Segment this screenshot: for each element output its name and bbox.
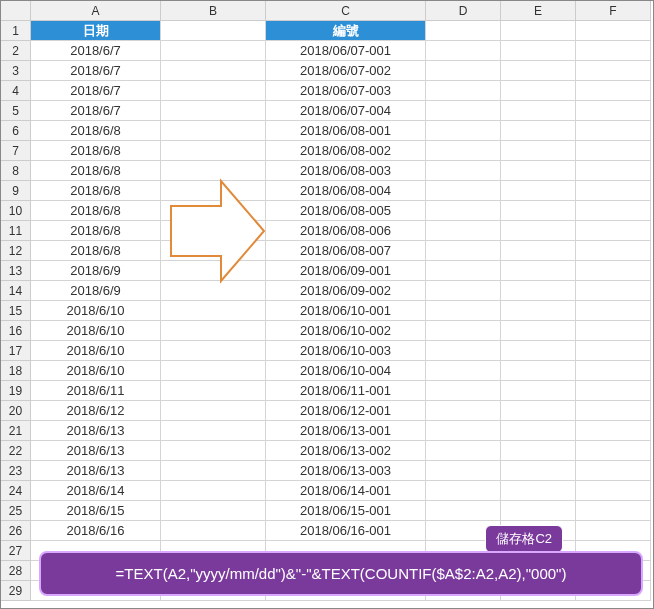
row-header[interactable]: 27 [1, 541, 31, 561]
cell-empty[interactable] [161, 521, 266, 541]
row-header[interactable]: 15 [1, 301, 31, 321]
cell-code[interactable]: 2018/06/08-004 [266, 181, 426, 201]
cell-empty[interactable] [426, 81, 501, 101]
cell-date[interactable]: 2018/6/8 [31, 241, 161, 261]
cell-code[interactable]: 2018/06/08-006 [266, 221, 426, 241]
cell-empty[interactable] [161, 121, 266, 141]
cell-empty[interactable] [576, 401, 651, 421]
cell-empty[interactable] [576, 361, 651, 381]
cell-empty[interactable] [501, 121, 576, 141]
cell-code[interactable]: 2018/06/08-001 [266, 121, 426, 141]
cell-empty[interactable] [501, 161, 576, 181]
cell-empty[interactable] [576, 381, 651, 401]
cell-code[interactable]: 2018/06/10-004 [266, 361, 426, 381]
cell-empty[interactable] [426, 421, 501, 441]
corner-cell[interactable] [1, 1, 31, 21]
cell-date[interactable]: 2018/6/11 [31, 381, 161, 401]
row-header[interactable]: 18 [1, 361, 31, 381]
row-header[interactable]: 7 [1, 141, 31, 161]
row-header[interactable]: 24 [1, 481, 31, 501]
cell-date[interactable]: 2018/6/10 [31, 321, 161, 341]
cell-empty[interactable] [501, 381, 576, 401]
cell-code[interactable]: 2018/06/08-003 [266, 161, 426, 181]
cell-empty[interactable] [426, 501, 501, 521]
cell-empty[interactable] [576, 481, 651, 501]
cell-empty[interactable] [426, 241, 501, 261]
row-header[interactable]: 19 [1, 381, 31, 401]
row-header[interactable]: 25 [1, 501, 31, 521]
cell-empty[interactable] [426, 41, 501, 61]
row-header[interactable]: 23 [1, 461, 31, 481]
cell-empty[interactable] [576, 181, 651, 201]
column-header[interactable]: C [266, 1, 426, 21]
cell-code[interactable]: 2018/06/10-001 [266, 301, 426, 321]
cell-empty[interactable] [576, 101, 651, 121]
cell-empty[interactable] [501, 101, 576, 121]
cell-empty[interactable] [161, 421, 266, 441]
cell-code[interactable]: 2018/06/08-005 [266, 201, 426, 221]
cell-date[interactable]: 2018/6/13 [31, 421, 161, 441]
cell-date[interactable]: 2018/6/15 [31, 501, 161, 521]
row-header[interactable]: 6 [1, 121, 31, 141]
cell-empty[interactable] [576, 161, 651, 181]
cell-date[interactable]: 2018/6/7 [31, 41, 161, 61]
cell-date[interactable]: 2018/6/16 [31, 521, 161, 541]
cell-empty[interactable] [501, 341, 576, 361]
row-header[interactable]: 1 [1, 21, 31, 41]
cell-empty[interactable] [161, 201, 266, 221]
row-header[interactable]: 17 [1, 341, 31, 361]
cell-empty[interactable] [576, 341, 651, 361]
cell-empty[interactable] [501, 81, 576, 101]
cell-empty[interactable] [161, 361, 266, 381]
row-header[interactable]: 13 [1, 261, 31, 281]
cell-empty[interactable] [426, 381, 501, 401]
cell-date[interactable]: 2018/6/14 [31, 481, 161, 501]
row-header[interactable]: 3 [1, 61, 31, 81]
cell-code[interactable]: 2018/06/07-004 [266, 101, 426, 121]
cell-empty[interactable] [161, 81, 266, 101]
cell-empty[interactable] [576, 321, 651, 341]
cell-empty[interactable] [501, 281, 576, 301]
cell-code[interactable]: 2018/06/11-001 [266, 381, 426, 401]
cell-date[interactable]: 2018/6/7 [31, 61, 161, 81]
row-header[interactable]: 29 [1, 581, 31, 601]
spreadsheet-grid[interactable]: ABCDEF1日期編號22018/6/72018/06/07-00132018/… [1, 1, 653, 601]
cell-empty[interactable] [161, 501, 266, 521]
cell-empty[interactable] [426, 321, 501, 341]
cell-empty[interactable] [426, 401, 501, 421]
cell-empty[interactable] [426, 181, 501, 201]
column-header[interactable]: B [161, 1, 266, 21]
cell-empty[interactable] [576, 241, 651, 261]
cell-empty[interactable] [426, 461, 501, 481]
cell-empty[interactable] [426, 61, 501, 81]
row-header[interactable]: 21 [1, 421, 31, 441]
cell-empty[interactable] [576, 61, 651, 81]
cell-empty[interactable] [501, 261, 576, 281]
cell-date[interactable]: 2018/6/10 [31, 361, 161, 381]
cell-empty[interactable] [426, 121, 501, 141]
cell-empty[interactable] [161, 461, 266, 481]
cell-code[interactable]: 2018/06/09-001 [266, 261, 426, 281]
cell-empty[interactable] [426, 161, 501, 181]
cell-empty[interactable] [161, 181, 266, 201]
cell-code[interactable]: 2018/06/08-007 [266, 241, 426, 261]
row-header[interactable]: 5 [1, 101, 31, 121]
cell-empty[interactable] [501, 301, 576, 321]
cell-empty[interactable] [576, 301, 651, 321]
cell-empty[interactable] [576, 441, 651, 461]
cell-code[interactable]: 2018/06/10-003 [266, 341, 426, 361]
cell-empty[interactable] [161, 281, 266, 301]
cell-code[interactable]: 2018/06/10-002 [266, 321, 426, 341]
column-header[interactable]: D [426, 1, 501, 21]
cell-empty[interactable] [426, 141, 501, 161]
cell-empty[interactable] [161, 61, 266, 81]
cell-empty[interactable] [576, 41, 651, 61]
cell-empty[interactable] [501, 361, 576, 381]
cell-empty[interactable] [576, 221, 651, 241]
cell-empty[interactable] [501, 201, 576, 221]
cell-empty[interactable] [576, 501, 651, 521]
cell-empty[interactable] [161, 341, 266, 361]
cell-empty[interactable] [501, 241, 576, 261]
cell-empty[interactable] [426, 101, 501, 121]
cell-date[interactable]: 2018/6/13 [31, 461, 161, 481]
